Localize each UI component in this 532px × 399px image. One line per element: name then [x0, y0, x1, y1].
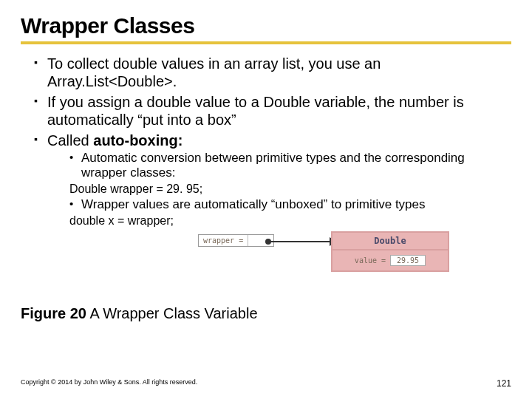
- copyright-text: Copyright © 2014 by John Wiley & Sons. A…: [21, 378, 197, 389]
- sub-list-2: Wrapper values are automatically “unboxe…: [47, 197, 511, 212]
- code-line-1: Double wrapper = 29. 95;: [47, 182, 511, 196]
- sub-1: Automatic conversion between primitive t…: [69, 151, 511, 180]
- bullet-list: To collect double values in an array lis…: [21, 55, 511, 228]
- wrapper-label: wrapper =: [199, 235, 248, 246]
- title-rule: [21, 41, 511, 44]
- bullet-2-double-uc: Double: [263, 94, 310, 110]
- double-class-label: Double: [332, 233, 448, 250]
- bullet-1: To collect double values in an array lis…: [34, 55, 511, 90]
- double-object-box: Double value = 29.95: [331, 231, 449, 272]
- sub-list: Automatic conversion between primitive t…: [47, 151, 511, 180]
- bullet-2-a: If you assign a: [47, 94, 147, 110]
- bullet-3: Called auto-boxing: Automatic conversion…: [34, 132, 511, 228]
- figure-text: A Wrapper Class Variable: [86, 305, 258, 321]
- bullet-2: If you assign a double value to a Double…: [34, 93, 511, 129]
- wrapper-diagram: wrapper = Double value = 29.95: [198, 231, 511, 289]
- code-line-2: double x = wrapper;: [47, 214, 511, 228]
- bullet-3-term: auto-boxing:: [93, 132, 183, 149]
- slide-footer: Copyright © 2014 by John Wiley & Sons. A…: [21, 378, 511, 389]
- sub-2: Wrapper values are automatically “unboxe…: [69, 197, 511, 212]
- bullet-1-text: To collect double values in an array lis…: [47, 55, 381, 72]
- page-number: 121: [497, 378, 511, 389]
- value-label: value =: [355, 256, 386, 265]
- wrapper-variable-box: wrapper =: [198, 234, 274, 247]
- double-value-row: value = 29.95: [332, 250, 448, 270]
- figure-number: Figure 20: [21, 305, 86, 321]
- figure-caption: Figure 20 A Wrapper Class Variable: [21, 305, 511, 322]
- bullet-2-double-lc: double: [147, 94, 191, 110]
- reference-arrow-icon: [269, 241, 335, 242]
- value-cell: 29.95: [390, 255, 426, 266]
- page-title: Wrapper Classes: [21, 13, 511, 38]
- bullet-2-c: value to a: [191, 94, 264, 110]
- bullet-3-a: Called: [47, 132, 93, 149]
- bullet-1-code: Array.List<Double>.: [47, 73, 177, 89]
